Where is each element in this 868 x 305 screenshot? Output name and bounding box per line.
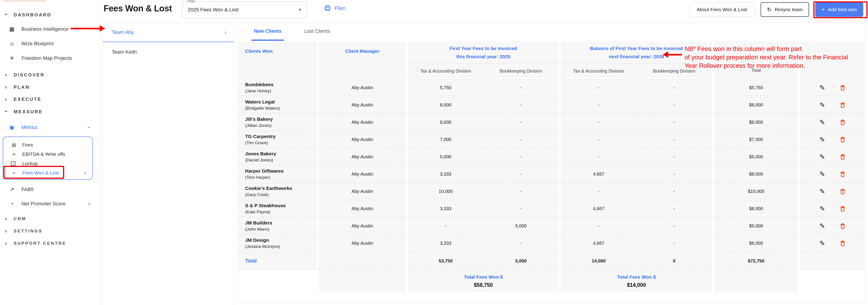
- chevron-down-icon: ›: [87, 127, 92, 128]
- edit-icon[interactable]: ✎: [819, 84, 825, 92]
- sidebar-item-net-promoter-score[interactable]: ◔ Net Promoter Score ›: [8, 199, 90, 209]
- edit-icon[interactable]: ✎: [819, 205, 825, 213]
- annotation-rect-fees-won-lost: [3, 166, 64, 179]
- column-group-fy2025: First Year Fees to be invoiced this fina…: [408, 42, 559, 78]
- client-contact: (Gary Cook): [245, 192, 316, 197]
- delete-button[interactable]: [840, 240, 845, 246]
- edit-icon[interactable]: ✎: [819, 153, 825, 161]
- tab-lost-clients[interactable]: Lost Clients: [302, 23, 332, 41]
- chevron-right-icon: ›: [88, 201, 90, 206]
- plan-select[interactable]: Plan 2025 Fees Won & Lost ▾: [182, 1, 307, 18]
- chevron-right-icon: ›: [5, 216, 8, 222]
- delete-button[interactable]: [840, 188, 845, 195]
- fy2025-book-value: -: [484, 154, 559, 160]
- sidebar-item-business-intelligence[interactable]: ▦ Business Intelligence: [8, 24, 68, 34]
- sidebar-section-execute[interactable]: › EXECUTE: [5, 95, 41, 103]
- client-cell: JM Builders (John Mann): [238, 218, 316, 234]
- sidebar-section-plan[interactable]: › PLAN: [5, 83, 30, 91]
- team-label: Team Aby: [112, 29, 224, 35]
- fy2026-cell: - -: [561, 218, 712, 234]
- edit-icon[interactable]: ✎: [819, 136, 825, 143]
- resync-team-button[interactable]: ↻ Resync team: [761, 2, 809, 17]
- fy2025-book-value: -: [484, 206, 559, 211]
- tab-new-clients[interactable]: New Clients: [251, 23, 284, 41]
- fy2026-cell: - -: [561, 148, 712, 165]
- sidebar-item-metrics[interactable]: ▣ Metrics ›: [8, 122, 90, 133]
- edit-icon[interactable]: ✎: [819, 118, 825, 126]
- fy2026-book-value: -: [636, 85, 712, 90]
- fy2026-book-value: -: [636, 189, 712, 194]
- fy2026-book-value: -: [636, 137, 712, 142]
- sidebar-item-wize-blueprint[interactable]: ☺ Wize Blueprint: [8, 38, 54, 49]
- edit-icon[interactable]: ✎: [819, 170, 825, 178]
- chevron-down-icon: ›: [4, 110, 9, 113]
- client-name: Cookie's Earthworks: [245, 185, 316, 191]
- sidebar-section-measure[interactable]: › MEASURE: [5, 108, 43, 115]
- section-label: CRM: [14, 216, 26, 221]
- sidebar-section-crm[interactable]: › CRM: [5, 215, 26, 223]
- tab-label: New Clients: [254, 28, 281, 34]
- trash-icon: [840, 84, 845, 91]
- sidebar-section-support-centre[interactable]: › SUPPORT CENTRE: [5, 239, 66, 247]
- edit-icon[interactable]: ✎: [819, 222, 825, 230]
- sidebar-section-dashboard[interactable]: › DASHBOARD: [5, 11, 52, 19]
- totals-grand-total: $72,750: [714, 252, 798, 270]
- fy2026-cell: 4,667 -: [561, 200, 712, 217]
- client-manager-cell: Aby Austin: [319, 79, 406, 96]
- client-manager-cell: Aby Austin: [319, 235, 406, 251]
- grand-total-row: Total Fees Won $ $58,750 Total Fees Won …: [238, 270, 865, 292]
- row-actions: ✎: [800, 114, 865, 130]
- client-name: S & P Steakhouse: [245, 203, 316, 208]
- fy2026-tax-value: -: [561, 85, 636, 90]
- table-row: Cookie's Earthworks (Gary Cook) Aby Aust…: [238, 183, 865, 200]
- subheader-tax-division: Tax & Accounting Division: [561, 68, 636, 74]
- table-row: JM Builders (John Mann) Aby Austin - 5,0…: [238, 218, 865, 234]
- delete-button[interactable]: [840, 205, 845, 212]
- totals-fy2025-book: 5,000: [484, 258, 559, 264]
- delete-button[interactable]: [840, 119, 845, 126]
- fy2026-cell: 4,667 -: [561, 166, 712, 182]
- fy2025-cell: 8,000 -: [408, 97, 559, 113]
- client-contact: (Daniel Jones): [245, 158, 316, 163]
- fy2026-book-value: -: [636, 206, 712, 211]
- client-cell: Bumblebees (Jane Honey): [238, 79, 316, 96]
- sidebar-item-fab5[interactable]: ↗ FAB5: [8, 184, 34, 195]
- annotation-note: NB* Fees won in this column will form pa…: [685, 44, 868, 70]
- client-name: Bumblebees: [245, 82, 316, 87]
- edit-icon[interactable]: ✎: [819, 101, 825, 109]
- delete-button[interactable]: [840, 223, 845, 229]
- client-contact: (Jessica McIntyre): [245, 244, 316, 249]
- row-total: $5,750: [714, 79, 798, 96]
- table-row: JM Design (Jessica McIntyre) Aby Austin …: [238, 235, 865, 251]
- section-label: EXECUTE: [14, 97, 41, 102]
- about-fees-button[interactable]: About Fees Won & Lost: [689, 2, 754, 17]
- sidebar-item-fees[interactable]: ▤ Fees: [11, 141, 86, 149]
- edit-icon[interactable]: ✎: [819, 239, 825, 247]
- delete-button[interactable]: [840, 154, 845, 160]
- delete-button[interactable]: [840, 84, 845, 91]
- plan-link[interactable]: Plan: [324, 5, 345, 11]
- sidebar-section-discover[interactable]: › DISCOVER: [5, 71, 44, 79]
- fy2025-cell: 7,000 -: [408, 131, 559, 147]
- sidebar-item-label: Wize Blueprint: [21, 41, 54, 47]
- sidebar-item-ebitda[interactable]: ≃ EBITDA & Write offs: [11, 150, 86, 159]
- client-cell: Waters Legal (Bridgette Waters): [238, 97, 316, 113]
- delete-button[interactable]: [840, 102, 845, 108]
- edit-icon[interactable]: ✎: [819, 188, 825, 195]
- fy2026-cell: - -: [561, 183, 712, 200]
- trash-icon: [840, 154, 845, 160]
- client-contact: (Bridgette Waters): [245, 106, 316, 111]
- delete-button[interactable]: [840, 171, 845, 177]
- sidebar-item-freedom-map-projects[interactable]: ✳ Freedom Map Projects: [8, 53, 72, 63]
- subheader-tax-division: Tax & Accounting Division: [408, 68, 484, 74]
- fy2025-cell: 3,333 -: [408, 166, 559, 182]
- annotation-line: Year Rollover process for more informati…: [685, 61, 868, 70]
- client-contact: (John Mann): [245, 227, 316, 232]
- fy2026-tax-value: 4,667: [561, 171, 636, 177]
- sidebar-section-settings[interactable]: › SETTINGS: [5, 227, 42, 235]
- table-row: Waters Legal (Bridgette Waters) Aby Aust…: [238, 97, 865, 113]
- team-item-keith[interactable]: Team Keith: [103, 42, 234, 62]
- sidebar: › DASHBOARD ▦ Business Intelligence ☺ Wi…: [0, 0, 99, 305]
- delete-button[interactable]: [840, 136, 845, 143]
- team-item-aby[interactable]: Team Aby ›: [103, 23, 234, 42]
